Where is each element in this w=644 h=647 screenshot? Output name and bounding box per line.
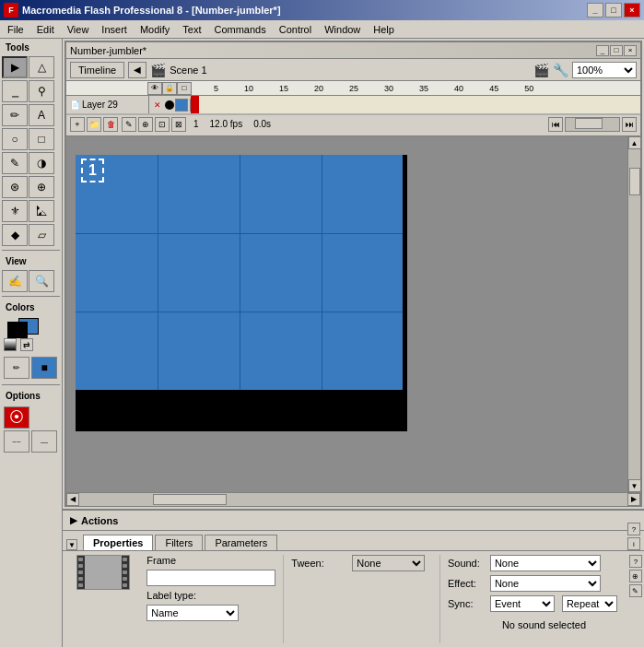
pencil-tool[interactable]: ✎	[2, 152, 28, 174]
rewind-btn[interactable]: ⏮	[548, 117, 563, 132]
outline-icon[interactable]: □	[177, 82, 192, 95]
straighten-btn[interactable]: —	[31, 430, 57, 453]
frame-copy-btn[interactable]: ⊕	[138, 117, 153, 132]
subselect-tool[interactable]: △	[29, 56, 54, 78]
tool-row-3: ✏ A	[2, 104, 60, 126]
panel-help-btn[interactable]: ?	[627, 523, 640, 535]
sub-minimize[interactable]: _	[596, 45, 609, 56]
timeline-frames[interactable]	[191, 96, 640, 113]
panel-collapse-btn[interactable]: ▼	[66, 539, 77, 550]
sub-close[interactable]: ×	[624, 45, 637, 56]
close-button[interactable]: ×	[624, 3, 640, 18]
lasso-tool[interactable]: ⚲	[29, 80, 54, 102]
tool-row-7: ⚜ ⛡	[2, 200, 60, 222]
timeline-back-btn[interactable]: ◀	[128, 62, 146, 78]
zoom-tool[interactable]: 🔍	[29, 270, 54, 292]
menu-modify[interactable]: Modify	[135, 22, 175, 37]
options-section: ⦿ ~~ —	[2, 405, 60, 454]
forward-btn[interactable]: ⏭	[622, 117, 637, 132]
line-tool[interactable]: ⎯	[2, 80, 28, 102]
repeat-select[interactable]: Repeat Loop	[562, 595, 617, 612]
scroll-up-btn[interactable]: ▲	[628, 136, 641, 149]
stroke-color[interactable]	[7, 322, 28, 338]
menu-view[interactable]: View	[62, 22, 95, 37]
eyedropper-tool[interactable]: ◆	[2, 224, 28, 246]
arrow-tool[interactable]: ▶	[2, 56, 28, 78]
default-colors-btn[interactable]	[4, 338, 17, 351]
color-section: ⇄	[2, 316, 60, 353]
frame-name-input[interactable]	[146, 570, 275, 586]
ink-bottle-tool[interactable]: ⚜	[2, 200, 28, 222]
menu-file[interactable]: File	[2, 22, 29, 37]
swap-colors-btn[interactable]: ⇄	[20, 338, 33, 351]
label-type-select[interactable]: Name Comment Anchor	[146, 605, 239, 621]
stroke-color-btn[interactable]: ✏	[4, 357, 29, 379]
panel-info-btn[interactable]: i	[627, 537, 640, 550]
scroll-left-btn[interactable]: ◀	[66, 493, 79, 506]
menu-text[interactable]: Text	[177, 22, 206, 37]
brush-tool[interactable]: ◑	[29, 152, 54, 174]
fill-color-btn[interactable]: ■	[31, 357, 57, 379]
oval-tool[interactable]: ○	[2, 128, 28, 150]
snap-magnet-btn[interactable]: ⦿	[4, 406, 29, 429]
pen-tool[interactable]: ✏	[2, 104, 28, 126]
sync-select[interactable]: Event Start Stop Stream	[490, 595, 555, 612]
menu-insert[interactable]: Insert	[96, 22, 133, 37]
scroll-track-left[interactable]	[565, 117, 620, 132]
sub-maximize[interactable]: □	[610, 45, 623, 56]
menu-commands[interactable]: Commands	[208, 22, 271, 37]
minimize-button[interactable]: _	[587, 3, 603, 18]
frame-delete-btn[interactable]: ⊠	[171, 117, 186, 132]
maximize-button[interactable]: □	[605, 3, 622, 18]
menu-window[interactable]: Window	[319, 22, 366, 37]
tab-filters[interactable]: Filters	[155, 535, 203, 550]
scroll-track[interactable]	[628, 149, 641, 479]
tween-select[interactable]: None Motion Shape	[352, 555, 425, 571]
actions-arrow[interactable]: ▶	[70, 515, 77, 525]
frame-playhead	[191, 96, 199, 113]
hscroll-thumb[interactable]	[153, 494, 227, 505]
freexform-tool[interactable]: ⊛	[2, 176, 28, 198]
effect-row: Effect: None	[448, 575, 640, 592]
timeline-ruler: 👁 🔒 □ 5 10 15 20 25 30 35 40	[66, 81, 640, 96]
hand-tool[interactable]: ✍	[2, 270, 28, 292]
menu-help[interactable]: Help	[368, 22, 400, 37]
panel-icon-1[interactable]: ?	[629, 555, 642, 568]
text-tool[interactable]: A	[29, 104, 54, 126]
lock-icon[interactable]: 🔒	[162, 82, 177, 95]
eraser-tool[interactable]: ▱	[29, 224, 54, 246]
delete-layer-btn[interactable]: 🗑	[103, 117, 118, 132]
rect-tool[interactable]: □	[29, 128, 54, 150]
frame-edit-btn[interactable]: ✎	[122, 117, 136, 132]
title-bar-buttons: _ □ ×	[587, 3, 640, 18]
zoom-select[interactable]: 100% 50% 200%	[572, 62, 637, 78]
paint-bucket-tool[interactable]: ⛡	[29, 200, 54, 222]
tab-parameters[interactable]: Parameters	[205, 535, 277, 550]
effect-select[interactable]: None	[490, 575, 601, 592]
tool-row-4: ○ □	[2, 128, 60, 150]
scroll-handle[interactable]	[575, 118, 603, 129]
menu-edit[interactable]: Edit	[31, 22, 60, 37]
scroll-right-btn[interactable]: ▶	[627, 493, 640, 506]
toolbar-divider-3	[2, 384, 60, 385]
layer-color-box[interactable]	[175, 99, 188, 112]
add-folder-btn[interactable]: 📁	[87, 117, 101, 132]
panel-icon-2[interactable]: ⊕	[629, 570, 642, 582]
menu-control[interactable]: Control	[274, 22, 317, 37]
smooth-btn[interactable]: ~~	[4, 430, 29, 453]
layer-x-btn[interactable]: ✕	[151, 99, 164, 112]
canvas-area[interactable]: 1	[66, 136, 627, 492]
frame-number-overlay: 1	[81, 159, 104, 182]
fill-xform-tool[interactable]: ⊕	[29, 176, 54, 198]
hscroll-track[interactable]	[79, 493, 627, 506]
timeline-button[interactable]: Timeline	[70, 62, 124, 78]
scroll-down-btn[interactable]: ▼	[628, 479, 641, 492]
add-layer-btn[interactable]: +	[70, 117, 85, 132]
eye-icon[interactable]: 👁	[147, 82, 162, 95]
canvas-container: 1 ▲ ▼	[66, 136, 640, 492]
scroll-thumb[interactable]	[629, 168, 640, 195]
sound-select[interactable]: None	[490, 555, 601, 571]
frame-paste-btn[interactable]: ⊡	[155, 117, 170, 132]
tab-properties[interactable]: Properties	[83, 535, 153, 550]
panel-icon-3[interactable]: ✎	[629, 584, 642, 597]
